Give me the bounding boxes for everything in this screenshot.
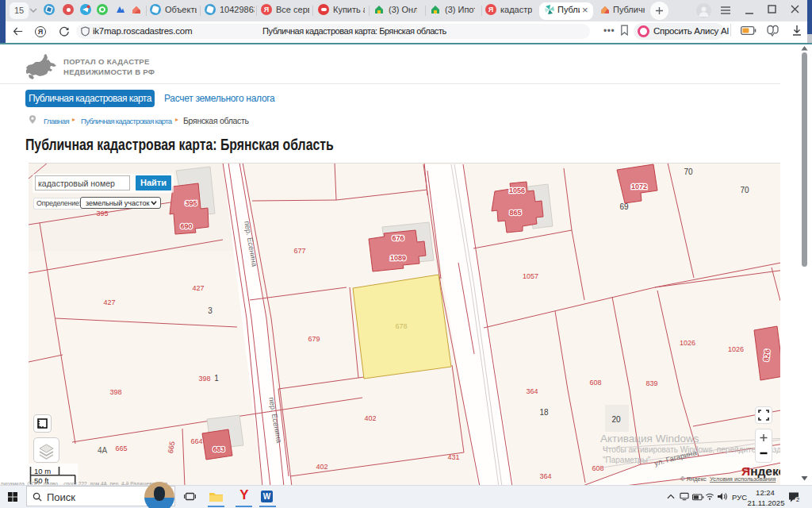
svg-text:10 m: 10 m <box>34 467 51 475</box>
svg-text:677: 677 <box>293 247 305 255</box>
svg-text:4А: 4А <box>98 446 108 455</box>
svg-text:839: 839 <box>645 379 657 387</box>
svg-text:664: 664 <box>190 437 202 445</box>
svg-text:665: 665 <box>167 441 176 454</box>
svg-text:683: 683 <box>213 445 224 453</box>
svg-text:"Параметры".: "Параметры". <box>603 456 653 464</box>
svg-text:1026: 1026 <box>728 345 744 353</box>
svg-text:402: 402 <box>316 463 327 471</box>
svg-text:1: 1 <box>214 374 219 383</box>
svg-text:395: 395 <box>185 199 197 207</box>
svg-text:70: 70 <box>684 167 693 176</box>
svg-text:395: 395 <box>96 210 108 217</box>
svg-text:20: 20 <box>611 415 621 424</box>
svg-text:665: 665 <box>115 444 127 452</box>
svg-text:18: 18 <box>539 408 549 417</box>
svg-text:679: 679 <box>308 335 320 343</box>
svg-text:1072: 1072 <box>631 183 647 190</box>
svg-text:Чтобы активировать Windows, пе: Чтобы активировать Windows, перейдите в … <box>603 445 780 454</box>
svg-text:826: 826 <box>762 349 772 362</box>
svg-text:364: 364 <box>539 472 551 480</box>
svg-text:Условия использования: Условия использования <box>710 475 776 483</box>
svg-text:© Яндекс: © Яндекс <box>680 475 707 483</box>
svg-text:1026: 1026 <box>680 339 695 347</box>
svg-text:3: 3 <box>208 306 213 315</box>
svg-text:608: 608 <box>589 379 601 387</box>
svg-text:1089: 1089 <box>390 254 406 262</box>
svg-text:364: 364 <box>526 387 538 395</box>
svg-text:678: 678 <box>395 322 407 330</box>
svg-text:676: 676 <box>392 234 404 242</box>
svg-text:690: 690 <box>180 222 192 230</box>
svg-text:Активация Windows: Активация Windows <box>600 433 699 444</box>
svg-text:69: 69 <box>619 202 629 211</box>
svg-text:402: 402 <box>364 414 376 422</box>
svg-text:1057: 1057 <box>523 272 538 280</box>
svg-text:431: 431 <box>447 453 459 461</box>
svg-text:865: 865 <box>509 209 521 217</box>
svg-text:70: 70 <box>740 186 749 194</box>
svg-text:427: 427 <box>103 298 115 306</box>
svg-text:398: 398 <box>198 375 210 383</box>
svg-text:398: 398 <box>109 388 121 396</box>
svg-text:608: 608 <box>592 464 603 472</box>
svg-text:2: 2 <box>796 496 799 503</box>
svg-text:427: 427 <box>192 284 204 292</box>
svg-text:1056: 1056 <box>509 187 525 194</box>
